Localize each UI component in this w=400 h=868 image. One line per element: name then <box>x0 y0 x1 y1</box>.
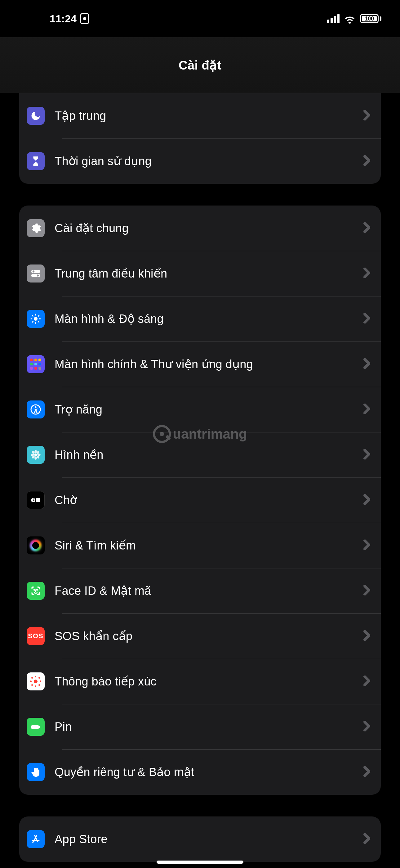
svg-point-3 <box>37 274 39 276</box>
svg-line-10 <box>38 321 39 322</box>
row-label: Chờ <box>55 493 363 507</box>
svg-point-17 <box>34 456 37 460</box>
row-standby[interactable]: Chờ <box>19 477 381 523</box>
sun-icon <box>27 310 45 328</box>
chevron-right-icon <box>363 539 370 551</box>
accessibility-icon <box>27 400 45 418</box>
row-face-id-passcode[interactable]: Face ID & Mật mã <box>19 568 381 614</box>
svg-point-4 <box>34 317 37 321</box>
chevron-right-icon <box>363 721 370 733</box>
svg-line-12 <box>38 315 39 316</box>
battery-level: 100 <box>362 16 377 22</box>
row-label: Thông báo tiếp xúc <box>55 675 363 688</box>
chevron-right-icon <box>363 155 370 167</box>
sos-text: SOS <box>28 632 43 640</box>
standby-icon <box>27 491 45 509</box>
row-privacy-security[interactable]: Quyền riêng tư & Bảo mật <box>19 749 381 795</box>
settings-screen: 11:24 100 Cài đặt Tập trung <box>0 0 400 868</box>
settings-group-focus: Tập trung Thời gian sử dụng <box>19 93 381 184</box>
chevron-right-icon <box>363 585 370 597</box>
chevron-right-icon <box>363 358 370 370</box>
row-control-center[interactable]: Trung tâm điều khiển <box>19 251 381 296</box>
exposure-icon <box>27 673 45 690</box>
control-center-icon <box>27 265 45 282</box>
hourglass-icon <box>27 152 45 170</box>
siri-icon <box>27 536 45 554</box>
moon-icon <box>27 107 45 125</box>
navigation-bar: Cài đặt <box>0 37 400 93</box>
chevron-right-icon <box>363 766 370 778</box>
page-title: Cài đặt <box>178 58 222 72</box>
chevron-right-icon <box>363 676 370 687</box>
row-label: Hình nền <box>55 448 363 462</box>
home-indicator[interactable] <box>157 861 243 864</box>
battery-icon <box>27 718 45 736</box>
row-wallpaper[interactable]: Hình nền <box>19 432 381 477</box>
status-right: 100 <box>327 14 381 23</box>
svg-rect-29 <box>39 726 40 728</box>
svg-rect-25 <box>36 498 40 502</box>
settings-list[interactable]: Tập trung Thời gian sử dụng Cài đặt chun… <box>0 93 400 868</box>
svg-point-14 <box>35 406 36 408</box>
row-label: Trợ năng <box>55 403 363 416</box>
cellular-signal-icon <box>327 14 339 23</box>
chevron-right-icon <box>363 449 370 461</box>
chevron-right-icon <box>363 494 370 506</box>
row-accessibility[interactable]: Trợ năng <box>19 387 381 432</box>
row-label: Cài đặt chung <box>55 221 363 235</box>
svg-rect-28 <box>31 725 39 729</box>
row-siri-search[interactable]: Siri & Tìm kiếm <box>19 523 381 568</box>
row-emergency-sos[interactable]: SOS SOS khẩn cấp <box>19 614 381 659</box>
row-exposure-notifications[interactable]: Thông báo tiếp xúc <box>19 659 381 704</box>
battery-indicator: 100 <box>360 14 381 23</box>
status-time: 11:24 <box>49 13 76 25</box>
chevron-right-icon <box>363 630 370 642</box>
svg-point-15 <box>34 454 37 456</box>
app-store-icon <box>27 830 45 848</box>
sos-icon: SOS <box>27 627 45 645</box>
row-label: Pin <box>55 720 363 734</box>
row-label: Siri & Tìm kiếm <box>55 538 363 552</box>
svg-point-19 <box>37 454 41 456</box>
row-label: Tập trung <box>55 109 363 123</box>
row-battery[interactable]: Pin <box>19 704 381 749</box>
svg-point-26 <box>34 590 34 590</box>
face-id-icon <box>27 582 45 600</box>
settings-group-store: App Store <box>19 816 381 862</box>
chevron-right-icon <box>363 110 370 122</box>
flower-icon <box>27 446 45 464</box>
svg-point-27 <box>37 590 37 590</box>
row-app-store[interactable]: App Store <box>19 816 381 862</box>
row-display-brightness[interactable]: Màn hình & Độ sáng <box>19 296 381 341</box>
row-label: Màn hình & Độ sáng <box>55 312 363 326</box>
status-bar: 11:24 100 <box>0 0 400 37</box>
settings-group-general: Cài đặt chung Trung tâm điều khiển Màn h… <box>19 206 381 795</box>
chevron-right-icon <box>363 313 370 325</box>
wifi-icon <box>344 14 356 23</box>
row-label: Màn hình chính & Thư viện ứng dụng <box>55 357 363 371</box>
row-label: Face ID & Mật mã <box>55 584 363 598</box>
status-left: 11:24 <box>49 13 89 25</box>
row-general[interactable]: Cài đặt chung <box>19 206 381 251</box>
svg-point-1 <box>33 270 34 272</box>
svg-line-34 <box>33 842 33 842</box>
row-home-screen[interactable]: Màn hình chính & Thư viện ứng dụng <box>19 341 381 387</box>
row-focus[interactable]: Tập trung <box>19 93 381 138</box>
row-screen-time[interactable]: Thời gian sử dụng <box>19 138 381 184</box>
gear-icon <box>27 219 45 237</box>
svg-line-11 <box>32 321 33 322</box>
row-label: SOS khẩn cấp <box>55 629 363 643</box>
row-label: Trung tâm điều khiển <box>55 267 363 280</box>
row-label: Quyền riêng tư & Bảo mật <box>55 765 363 779</box>
svg-line-9 <box>32 315 33 316</box>
chevron-right-icon <box>363 833 370 845</box>
row-label: App Store <box>55 833 363 846</box>
hand-privacy-icon <box>27 763 45 781</box>
sim-card-icon <box>80 13 89 24</box>
svg-point-18 <box>31 454 34 456</box>
home-grid-icon <box>27 355 45 373</box>
chevron-right-icon <box>363 404 370 415</box>
chevron-right-icon <box>363 222 370 234</box>
row-label: Thời gian sử dụng <box>55 154 363 168</box>
chevron-right-icon <box>363 268 370 279</box>
